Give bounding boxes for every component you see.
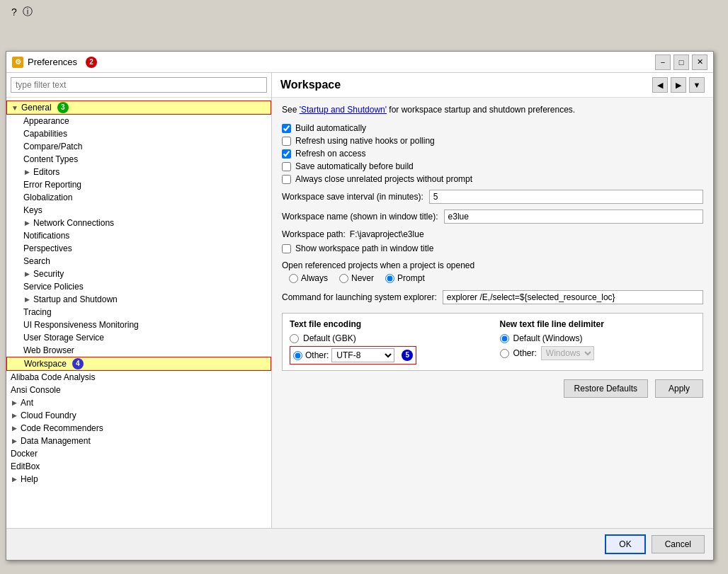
startup-shutdown-link[interactable]: 'Startup and Shutdown' <box>300 105 387 115</box>
apply-button[interactable]: Apply <box>655 379 703 398</box>
tree-toggle-network[interactable]: ▶ <box>22 219 32 226</box>
close-unrelated-row: Always close unrelated projects without … <box>282 174 703 184</box>
tree-item-content-types[interactable]: Content Types <box>6 153 271 166</box>
tree-item-general[interactable]: ▼ General 3 <box>6 101 271 115</box>
tree-item-ui-responsiveness[interactable]: UI Responsiveness Monitoring <box>6 318 271 331</box>
encoding-other-radio[interactable] <box>293 351 302 360</box>
tree-item-notifications[interactable]: Notifications <box>6 229 271 242</box>
tree-toggle-startup[interactable]: ▶ <box>22 296 32 303</box>
right-panel-buttons: Restore Defaults Apply <box>282 379 703 398</box>
nav-menu-button[interactable]: ▼ <box>689 77 705 93</box>
tree-item-tracing[interactable]: Tracing <box>6 306 271 318</box>
cancel-button[interactable]: Cancel <box>652 535 705 553</box>
checkbox-group: Build automatically Refresh using native… <box>282 123 703 184</box>
tree-item-user-storage[interactable]: User Storage Service <box>6 331 271 344</box>
tree-item-compare-patch[interactable]: Compare/Patch <box>6 140 271 153</box>
help-icon[interactable]: ? <box>11 6 17 18</box>
nav-forward-button[interactable]: ▶ <box>671 77 686 93</box>
tree-item-perspectives[interactable]: Perspectives <box>6 242 271 255</box>
restore-defaults-button[interactable]: Restore Defaults <box>564 379 648 398</box>
save-before-build-checkbox[interactable] <box>282 162 291 171</box>
tree-item-globalization[interactable]: Globalization <box>6 191 271 204</box>
tree-item-alibaba[interactable]: Alibaba Code Analysis <box>6 371 271 384</box>
tree-toggle-cloud[interactable]: ▶ <box>9 412 19 419</box>
save-interval-input[interactable] <box>429 190 703 204</box>
tree-toggle-security[interactable]: ▶ <box>22 270 32 277</box>
refresh-access-checkbox[interactable] <box>282 149 291 159</box>
command-row: Command for launching system explorer: <box>282 290 703 304</box>
radio-never[interactable] <box>339 274 348 283</box>
tree-item-editbox[interactable]: EditBox <box>6 460 271 473</box>
delimiter-other-radio[interactable] <box>500 349 509 358</box>
tree-item-ant[interactable]: ▶ Ant <box>6 396 271 409</box>
minimize-button[interactable]: − <box>655 54 671 70</box>
show-path-label: Show workspace path in window title <box>295 243 433 253</box>
tree-toggle-data-mgmt[interactable]: ▶ <box>9 437 19 444</box>
radio-prompt[interactable] <box>385 274 394 283</box>
close-unrelated-checkbox[interactable] <box>282 175 291 184</box>
tree-item-editors[interactable]: ▶ Editors <box>6 166 271 178</box>
ok-button[interactable]: OK <box>605 534 645 554</box>
tree-label-appearance: Appearance <box>22 115 71 127</box>
title-bar: ⚙ Preferences 2 − □ ✕ <box>6 52 713 73</box>
encoding-other-label: Other: <box>305 350 329 360</box>
tree-item-search[interactable]: Search <box>6 255 271 268</box>
tree-toggle-general[interactable]: ▼ <box>10 104 20 112</box>
workspace-name-input[interactable] <box>444 209 703 224</box>
tree-label-cloud-foundry: Cloud Foundry <box>19 410 78 421</box>
tree-label-editbox: EditBox <box>9 461 41 472</box>
tree-label-workspace: Workspace <box>23 358 68 369</box>
radio-always-text: Always <box>301 273 328 283</box>
delimiter-default-radio[interactable] <box>500 334 509 343</box>
tree-item-cloud-foundry[interactable]: ▶ Cloud Foundry <box>6 409 271 422</box>
filter-input[interactable] <box>11 77 267 93</box>
encoding-default-radio[interactable] <box>290 334 299 343</box>
tree-item-service-policies[interactable]: Service Policies <box>6 280 271 293</box>
encoding-select[interactable]: UTF-8 UTF-16 GBK ISO-8859-1 <box>331 348 394 362</box>
refresh-access-label: Refresh on access <box>295 149 365 159</box>
tree-area: ▼ General 3 Appearance Capabilities Comp… <box>6 98 271 528</box>
tree-item-web-browser[interactable]: Web Browser <box>6 344 271 357</box>
tree-item-code-recommenders[interactable]: ▶ Code Recommenders <box>6 422 271 435</box>
tree-label-web-browser: Web Browser <box>22 345 76 356</box>
panel-title: Workspace <box>280 79 341 91</box>
radio-always[interactable] <box>289 274 298 283</box>
tree-item-error-reporting[interactable]: Error Reporting <box>6 178 271 191</box>
tree-toggle-code-recommenders[interactable]: ▶ <box>9 425 19 432</box>
tree-item-startup-shutdown[interactable]: ▶ Startup and Shutdown <box>6 293 271 306</box>
tree-item-workspace[interactable]: Workspace 4 <box>6 357 271 371</box>
refresh-access-row: Refresh on access <box>282 149 703 159</box>
tree-label-user-storage: User Storage Service <box>22 332 106 343</box>
command-input[interactable] <box>443 290 703 304</box>
show-path-checkbox[interactable] <box>282 244 291 253</box>
tree-label-content-types: Content Types <box>22 154 79 165</box>
delimiter-select[interactable]: Windows Unix Mac <box>541 346 594 360</box>
tree-item-security[interactable]: ▶ Security <box>6 268 271 280</box>
save-before-build-row: Save automatically before build <box>282 161 703 171</box>
encoding-default-label: Default (GBK) <box>303 333 356 343</box>
info-icon[interactable]: ⓘ <box>23 6 33 18</box>
tree-item-network-connections[interactable]: ▶ Network Connections <box>6 217 271 229</box>
tree-item-capabilities[interactable]: Capabilities <box>6 127 271 140</box>
refresh-native-checkbox[interactable] <box>282 137 291 146</box>
tree-item-appearance[interactable]: Appearance <box>6 115 271 127</box>
maximize-button[interactable]: □ <box>673 54 689 70</box>
tree-toggle-help[interactable]: ▶ <box>9 476 19 483</box>
tree-item-keys[interactable]: Keys <box>6 204 271 217</box>
save-interval-label: Workspace save interval (in minutes): <box>282 192 423 202</box>
preferences-dialog: ⚙ Preferences 2 − □ ✕ ▼ General 3 <box>6 51 714 561</box>
tree-toggle-editors[interactable]: ▶ <box>22 168 32 176</box>
build-auto-checkbox[interactable] <box>282 124 291 133</box>
nav-back-button[interactable]: ◀ <box>652 77 668 93</box>
tree-toggle-ant[interactable]: ▶ <box>9 399 19 406</box>
tree-label-code-recommenders: Code Recommenders <box>19 423 105 434</box>
tree-item-help[interactable]: ▶ Help <box>6 473 271 486</box>
tree-item-docker[interactable]: Docker <box>6 447 271 460</box>
title-bar-left: ⚙ Preferences 2 <box>12 57 97 68</box>
filter-box <box>6 73 271 98</box>
save-before-build-label: Save automatically before build <box>295 161 414 171</box>
close-button[interactable]: ✕ <box>692 54 707 70</box>
tree-item-data-management[interactable]: ▶ Data Management <box>6 435 271 447</box>
tree-item-ansi-console[interactable]: Ansi Console <box>6 384 271 396</box>
preferences-icon: ⚙ <box>12 57 23 68</box>
